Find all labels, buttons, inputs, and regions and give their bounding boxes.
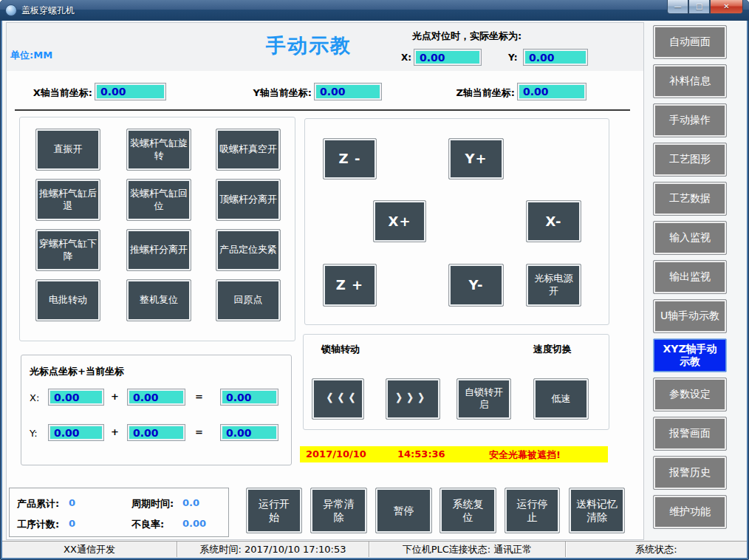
sidebar-item-refill-info[interactable]: 补料信息 — [653, 64, 727, 98]
calc-x-equals-sign: = — [195, 391, 203, 402]
axis-y-label: Y轴当前坐标: — [244, 86, 312, 100]
stats-panel: 产品累计: 0 周期时间: 0.0 工序计数: 0 不良率: 0.00 — [9, 488, 229, 537]
minimize-button[interactable]: — — [667, 0, 688, 14]
cursor-power-button[interactable]: 光标电源开 — [526, 264, 581, 307]
sidebar-item-u-axis-teach[interactable]: U轴手动示教 — [653, 299, 727, 333]
jog-x-minus-button[interactable]: X- — [526, 200, 581, 242]
minimize-icon: — — [674, 3, 682, 10]
self-lock-button[interactable]: 自锁转开启 — [456, 378, 511, 420]
calc-x-a-field[interactable]: 0.00 — [48, 389, 104, 406]
spot-align-caption: 光点对位时，实际坐标为: — [412, 30, 521, 43]
function-button-load-cyl-rotate[interactable]: 装螺杆气缸旋转 — [126, 129, 191, 171]
function-button-vibrator-on[interactable]: 直振开 — [35, 129, 100, 171]
function-button-product-clamp[interactable]: 产品定位夹紧 — [216, 229, 281, 271]
function-button-driver-rotate[interactable]: 电批转动 — [35, 279, 100, 321]
alarm-bar: 2017/10/10 14:53:36 安全光幕被遮挡! — [300, 446, 608, 462]
spot-y-label: Y: — [508, 52, 517, 63]
calc-x-label: X: — [30, 392, 39, 403]
axis-x-label: X轴当前坐标: — [22, 86, 92, 100]
calc-y-b-field[interactable]: 0.00 — [127, 424, 185, 441]
product-total-label: 产品累计: — [17, 497, 59, 511]
function-button-push-rod-separate[interactable]: 推螺杆分离开 — [126, 229, 191, 271]
sidebar-item-xyz-axis-teach[interactable]: XYZ轴手动示教 — [653, 338, 727, 372]
run-start-button[interactable]: 运行开始 — [246, 488, 302, 533]
calc-y-equals-sign: = — [195, 426, 203, 437]
function-button-push-cyl-back[interactable]: 推螺杆气缸后退 — [35, 179, 100, 221]
lock-reverse-button[interactable]: 《《《 — [312, 378, 364, 420]
statusbar-system-state: 系统状态: — [566, 542, 747, 557]
sidebar-item-input-monitor[interactable]: 输入监视 — [653, 221, 727, 255]
process-count-value: 0 — [69, 518, 75, 529]
titlebar: 盖板穿螺孔机 — □ ✕ — [0, 0, 749, 21]
sidebar-item-parameter-set[interactable]: 参数设定 — [653, 378, 727, 412]
speed-toggle-button[interactable]: 低速 — [533, 378, 589, 420]
statusbar-system-time: 系统时间: 2017/10/10 17:10:53 — [177, 542, 369, 557]
process-count-label: 工序计数: — [17, 518, 59, 531]
maximize-button[interactable]: □ — [688, 0, 710, 14]
cycle-time-value: 0.0 — [182, 497, 199, 508]
statusbar-plc-status: 下位机PLC连接状态: 通讯正常 — [369, 542, 566, 557]
calc-y-a-field[interactable]: 0.00 — [48, 424, 104, 441]
maximize-icon: □ — [696, 3, 702, 10]
jog-z-minus-button[interactable]: Z - — [323, 138, 377, 180]
lock-axis-caption: 锁轴转动 — [321, 343, 360, 356]
feed-memory-clear-button[interactable]: 送料记忆清除 — [569, 488, 625, 533]
close-icon: ✕ — [723, 3, 729, 10]
sidebar-item-process-data[interactable]: 工艺数据 — [653, 182, 727, 216]
window-title: 盖板穿螺孔机 — [21, 4, 75, 17]
clear-abnormal-button[interactable]: 异常清除 — [310, 488, 367, 533]
calc-x-plus-sign: + — [111, 391, 119, 402]
defect-rate-label: 不良率: — [131, 518, 164, 531]
cursor-calc-caption: 光标点坐标+当前坐标 — [30, 365, 124, 378]
sidebar-item-output-monitor[interactable]: 输出监视 — [653, 260, 727, 294]
product-total-value: 0 — [69, 497, 75, 508]
sidebar-item-auto-screen[interactable]: 自动画面 — [653, 25, 727, 59]
calc-y-label: Y: — [30, 428, 38, 439]
axis-z-label: Z轴当前坐标: — [445, 86, 515, 100]
alarm-time: 14:53:36 — [397, 448, 445, 460]
header-divider — [15, 109, 630, 111]
app-icon — [5, 4, 17, 16]
unit-label: 单位:MM — [10, 49, 52, 62]
calc-x-sum-field[interactable]: 0.00 — [220, 389, 278, 406]
window-controls: — □ ✕ — [667, 0, 743, 14]
jog-z-plus-button[interactable]: Z + — [323, 264, 377, 307]
sidebar-item-manual-ops[interactable]: 手动操作 — [653, 103, 727, 137]
function-button-home[interactable]: 回原点 — [216, 279, 281, 321]
sidebar-item-maintenance[interactable]: 维护功能 — [653, 495, 727, 529]
spot-y-field[interactable]: 0.00 — [523, 49, 588, 66]
axis-x-field[interactable]: 0.00 — [95, 83, 166, 100]
function-button-machine-reset[interactable]: 整机复位 — [126, 279, 191, 321]
alarm-date: 2017/10/10 — [306, 448, 366, 460]
jog-y-minus-button[interactable]: Y- — [448, 264, 504, 307]
speed-switch-caption: 速度切换 — [533, 343, 572, 356]
function-button-vacuum-on[interactable]: 吸螺杆真空开 — [216, 129, 281, 171]
cycle-time-label: 周期时间: — [131, 497, 174, 511]
system-reset-button[interactable]: 系统复位 — [440, 488, 496, 533]
sidebar-item-alarm-screen[interactable]: 报警画面 — [653, 417, 727, 451]
app-window: 盖板穿螺孔机 — □ ✕ 单位:MM 手动示教 光点对位时，实际坐标为: X: … — [0, 0, 749, 560]
sidebar-item-alarm-history[interactable]: 报警历史 — [653, 456, 727, 490]
jog-y-plus-button[interactable]: Y+ — [448, 138, 504, 180]
function-button-pierce-cyl-down[interactable]: 穿螺杆气缸下降 — [35, 229, 100, 271]
statusbar-vendor: XX通信开发 — [2, 542, 177, 557]
calc-x-b-field[interactable]: 0.00 — [127, 389, 185, 406]
alarm-message: 安全光幕被遮挡! — [489, 448, 561, 462]
close-button[interactable]: ✕ — [710, 0, 743, 14]
lock-forward-button[interactable]: 》》》 — [386, 378, 440, 420]
run-stop-button[interactable]: 运行停止 — [505, 488, 560, 533]
defect-rate-value: 0.00 — [182, 518, 206, 529]
function-button-top-rod-separate[interactable]: 顶螺杆分离开 — [216, 179, 281, 221]
statusbar: XX通信开发 系统时间: 2017/10/10 17:10:53 下位机PLC连… — [2, 541, 747, 557]
axis-y-field[interactable]: 0.00 — [314, 83, 382, 100]
calc-y-plus-sign: + — [111, 426, 119, 437]
calc-y-sum-field[interactable]: 0.00 — [220, 424, 278, 441]
sidebar-item-process-graphic[interactable]: 工艺图形 — [653, 143, 727, 177]
page-title: 手动示教 — [266, 33, 352, 59]
pause-button[interactable]: 暂停 — [375, 488, 432, 533]
axis-z-field[interactable]: 0.00 — [517, 83, 586, 100]
jog-x-plus-button[interactable]: X+ — [373, 200, 426, 242]
spot-x-field[interactable]: 0.00 — [414, 49, 482, 66]
function-button-load-cyl-return[interactable]: 装螺杆气缸回位 — [126, 179, 191, 221]
spot-x-label: X: — [401, 52, 411, 63]
